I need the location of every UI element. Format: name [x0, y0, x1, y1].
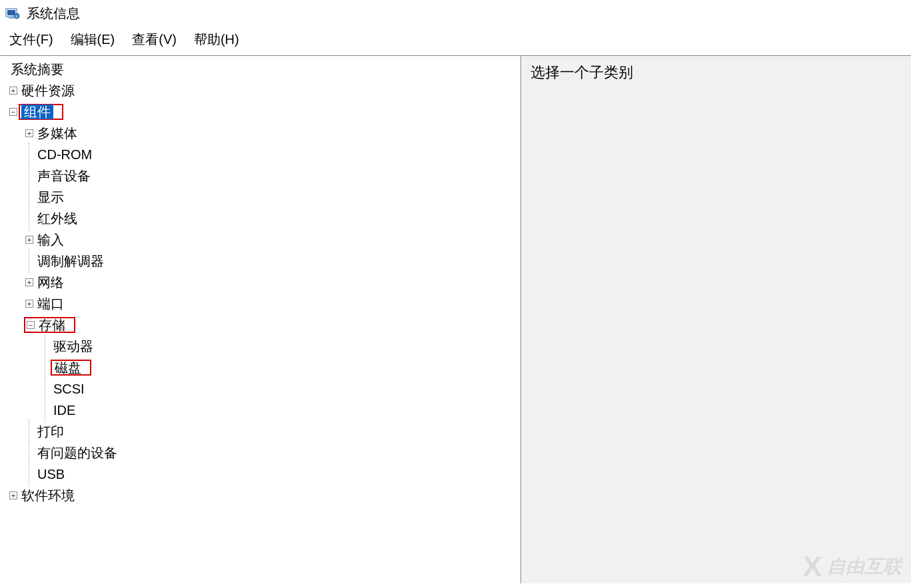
tree-label: 红外线: [36, 212, 77, 225]
tree-label: 硬件资源: [20, 84, 75, 97]
tree-line: [41, 364, 49, 372]
menu-view[interactable]: 查看(V): [132, 31, 177, 49]
tree-item-cdrom[interactable]: CD-ROM: [0, 144, 520, 165]
collapse-icon[interactable]: −: [9, 108, 17, 116]
highlight-annotation: − 存储: [24, 317, 75, 333]
tree-label: 输入: [36, 233, 64, 246]
menu-edit[interactable]: 编辑(E): [71, 31, 115, 49]
tree-item-printing[interactable]: 打印: [0, 421, 520, 442]
collapse-icon[interactable]: −: [27, 321, 35, 329]
tree-line: [25, 172, 33, 180]
tree-item-scsi[interactable]: SCSI: [0, 378, 520, 400]
tree-label: 存储: [37, 318, 65, 332]
tree-label: CD-ROM: [36, 148, 92, 161]
tree-line: [25, 257, 33, 265]
expand-icon[interactable]: +: [9, 491, 17, 499]
tree-line: [25, 428, 33, 436]
expand-icon[interactable]: +: [25, 129, 33, 137]
tree-item-problem-devices[interactable]: 有问题的设备: [0, 442, 520, 463]
tree-line: [25, 150, 33, 158]
tree-item-system-summary[interactable]: 系统摘要: [0, 59, 520, 80]
expand-icon[interactable]: +: [25, 300, 33, 308]
tree-line: [41, 406, 49, 414]
tree-item-drives[interactable]: 驱动器: [0, 336, 520, 357]
tree-item-modem[interactable]: 调制解调器: [0, 250, 520, 272]
expand-icon[interactable]: +: [25, 278, 33, 286]
menu-bar: 文件(F) 编辑(E) 查看(V) 帮助(H): [0, 27, 911, 55]
tree-item-infrared[interactable]: 红外线: [0, 208, 520, 229]
tree-item-ports[interactable]: + 端口: [0, 293, 520, 314]
tree-line: [25, 449, 33, 457]
detail-message: 选择一个子类别: [530, 63, 902, 83]
tree-label: 多媒体: [36, 127, 77, 140]
tree-item-usb[interactable]: USB: [0, 463, 520, 485]
tree-item-hardware-resources[interactable]: + 硬件资源: [0, 80, 520, 101]
tree-label-selected: 组件: [21, 105, 53, 119]
tree-label: 有问题的设备: [36, 446, 117, 459]
title-bar: i 系统信息: [0, 0, 911, 27]
highlight-annotation: 组件: [19, 104, 63, 120]
tree-item-sound-device[interactable]: 声音设备: [0, 165, 520, 186]
tree-label: 打印: [36, 425, 64, 438]
tree-item-display[interactable]: 显示: [0, 186, 520, 208]
svg-text:i: i: [16, 15, 17, 19]
tree-line: [25, 214, 33, 222]
tree-label: SCSI: [52, 382, 85, 396]
tree-item-components[interactable]: − 组件: [0, 101, 520, 123]
tree-item-software-environment[interactable]: + 软件环境: [0, 485, 520, 506]
svg-rect-2: [9, 17, 14, 19]
tree-item-input[interactable]: + 输入: [0, 229, 520, 250]
tree-label: USB: [36, 467, 65, 481]
tree-label: 调制解调器: [36, 254, 104, 268]
tree-item-disks[interactable]: 磁盘: [0, 357, 520, 378]
tree-label: IDE: [52, 404, 75, 417]
tree-label: 端口: [36, 297, 64, 310]
window-title: 系统信息: [27, 5, 80, 23]
tree-label: 声音设备: [36, 169, 91, 182]
tree-label: 系统摘要: [9, 63, 64, 76]
detail-pane: 选择一个子类别: [521, 56, 911, 583]
tree-line: [25, 470, 33, 478]
highlight-annotation: 磁盘: [51, 360, 91, 376]
tree-line: [41, 342, 49, 350]
expand-icon[interactable]: +: [25, 236, 33, 244]
tree-line: [25, 193, 33, 201]
tree-item-ide[interactable]: IDE: [0, 400, 520, 421]
tree-label: 网络: [36, 276, 64, 289]
tree-label: 显示: [36, 190, 64, 204]
content-area: 系统摘要 + 硬件资源 − 组件 + 多媒体 CD-ROM 声音设备 显示: [0, 55, 911, 583]
tree-item-network[interactable]: + 网络: [0, 272, 520, 293]
tree-item-multimedia[interactable]: + 多媒体: [0, 123, 520, 144]
menu-file[interactable]: 文件(F): [9, 31, 53, 49]
tree-label: 软件环境: [20, 489, 75, 502]
tree-label: 磁盘: [53, 360, 81, 375]
tree-label: 驱动器: [52, 340, 93, 353]
app-icon: i: [5, 6, 20, 21]
expand-icon[interactable]: +: [9, 87, 17, 95]
tree-pane: 系统摘要 + 硬件资源 − 组件 + 多媒体 CD-ROM 声音设备 显示: [0, 56, 521, 583]
tree-line: [41, 385, 49, 393]
tree-item-storage[interactable]: − 存储: [0, 314, 520, 336]
menu-help[interactable]: 帮助(H): [194, 31, 239, 49]
